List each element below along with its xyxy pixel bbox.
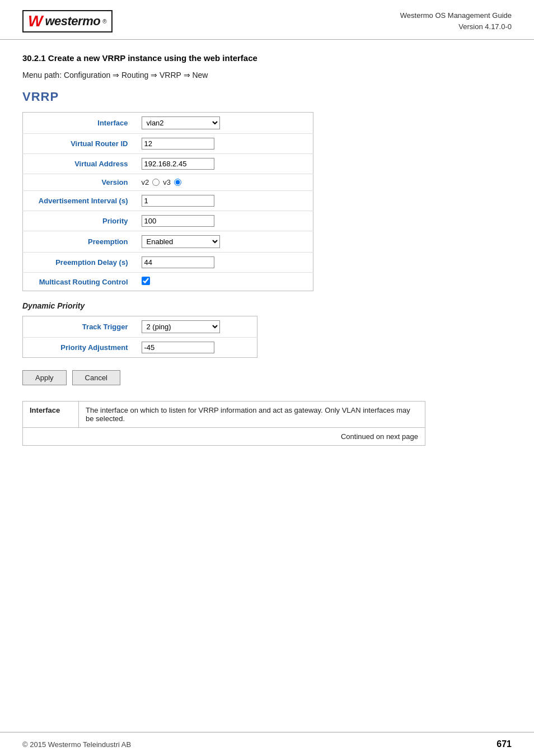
main-content: 30.2.1 Create a new VRRP instance using … xyxy=(0,40,534,468)
menu-path: Menu path: Configuration ⇒ Routing ⇒ VRR… xyxy=(22,71,512,80)
preemption-delay-row: Preemption Delay (s) xyxy=(23,253,313,273)
virtual-address-input[interactable] xyxy=(142,158,214,170)
preemption-label: Preemption xyxy=(23,231,135,253)
virtual-router-id-value-cell xyxy=(135,134,313,154)
priority-adjustment-label: Priority Adjustment xyxy=(23,338,135,358)
track-trigger-row: Track Trigger 2 (ping) 1 (ping) 3 (icmp) xyxy=(23,316,257,338)
header-subtitle: Westermo OS Management Guide Version 4.1… xyxy=(400,10,512,32)
preemption-delay-value-cell xyxy=(135,253,313,273)
info-continued: Continued on next page xyxy=(23,428,425,446)
interface-label: Interface xyxy=(23,113,135,134)
page-header: W westermo® Westermo OS Management Guide… xyxy=(0,0,534,40)
logo-area: W westermo® xyxy=(22,10,113,32)
preemption-value-cell: Enabled Disabled xyxy=(135,231,313,253)
multicast-routing-row: Multicast Routing Control xyxy=(23,273,313,291)
multicast-routing-label: Multicast Routing Control xyxy=(23,273,135,291)
virtual-router-id-row: Virtual Router ID xyxy=(23,134,313,154)
logo-box: W westermo® xyxy=(22,10,113,32)
preemption-delay-input[interactable] xyxy=(142,256,214,268)
version-radio-group: v2 v3 xyxy=(142,178,307,186)
preemption-delay-label: Preemption Delay (s) xyxy=(23,253,135,273)
virtual-router-id-label: Virtual Router ID xyxy=(23,134,135,154)
version-v2-label: v2 xyxy=(142,178,149,186)
virtual-router-id-input[interactable] xyxy=(142,138,214,150)
button-row: Apply Cancel xyxy=(22,370,512,385)
priority-value-cell xyxy=(135,211,313,231)
adv-interval-input[interactable] xyxy=(142,195,214,207)
adv-interval-value-cell xyxy=(135,191,313,211)
logo-reg: ® xyxy=(102,18,106,25)
subtitle-line2: Version 4.17.0-0 xyxy=(400,21,512,32)
virtual-address-row: Virtual Address xyxy=(23,154,313,174)
info-interface-label: Interface xyxy=(23,402,79,428)
cancel-button[interactable]: Cancel xyxy=(72,370,120,385)
version-v3-radio[interactable] xyxy=(174,179,181,186)
multicast-routing-checkbox[interactable] xyxy=(142,277,150,285)
version-row: Version v2 v3 xyxy=(23,174,313,191)
priority-adjustment-input[interactable] xyxy=(142,342,214,353)
adv-interval-row: Advertisement Interval (s) xyxy=(23,191,313,211)
dynamic-priority-heading: Dynamic Priority xyxy=(22,301,512,310)
track-trigger-label: Track Trigger xyxy=(23,316,135,338)
section-heading: 30.2.1 Create a new VRRP instance using … xyxy=(22,53,512,63)
virtual-address-value-cell xyxy=(135,154,313,174)
priority-label: Priority xyxy=(23,211,135,231)
info-interface-desc: The interface on which to listen for VRR… xyxy=(79,402,425,428)
page-footer: © 2015 Westermo Teleindustri AB 671 xyxy=(0,732,534,756)
priority-input[interactable] xyxy=(142,215,214,227)
version-label: Version xyxy=(23,174,135,191)
info-continued-row: Continued on next page xyxy=(23,428,425,446)
version-v3-label: v3 xyxy=(163,178,171,186)
logo-w-icon: W xyxy=(28,13,43,29)
preemption-select[interactable]: Enabled Disabled xyxy=(142,235,220,248)
priority-row: Priority xyxy=(23,211,313,231)
subtitle-line1: Westermo OS Management Guide xyxy=(400,10,512,21)
info-interface-row: Interface The interface on which to list… xyxy=(23,402,425,428)
interface-value-cell: vlan2 vlan1 vlan3 xyxy=(135,113,313,134)
apply-button[interactable]: Apply xyxy=(22,370,67,385)
footer-copyright: © 2015 Westermo Teleindustri AB xyxy=(22,740,131,749)
interface-row: Interface vlan2 vlan1 vlan3 xyxy=(23,113,313,134)
dynamic-priority-table: Track Trigger 2 (ping) 1 (ping) 3 (icmp)… xyxy=(22,316,257,358)
vrrp-form-table: Interface vlan2 vlan1 vlan3 Virtual Rout… xyxy=(22,112,313,291)
adv-interval-label: Advertisement Interval (s) xyxy=(23,191,135,211)
track-trigger-value-cell: 2 (ping) 1 (ping) 3 (icmp) xyxy=(135,316,257,338)
info-table: Interface The interface on which to list… xyxy=(22,401,425,446)
version-v2-radio[interactable] xyxy=(152,179,160,186)
track-trigger-select[interactable]: 2 (ping) 1 (ping) 3 (icmp) xyxy=(142,320,220,333)
version-value-cell: v2 v3 xyxy=(135,174,313,191)
virtual-address-label: Virtual Address xyxy=(23,154,135,174)
vrrp-title: VRRP xyxy=(22,90,512,104)
preemption-row: Preemption Enabled Disabled xyxy=(23,231,313,253)
priority-adjustment-value-cell xyxy=(135,338,257,358)
priority-adjustment-row: Priority Adjustment xyxy=(23,338,257,358)
footer-page-number: 671 xyxy=(496,739,512,749)
interface-select[interactable]: vlan2 vlan1 vlan3 xyxy=(142,116,220,129)
logo-text: westermo xyxy=(45,14,100,29)
multicast-routing-value-cell xyxy=(135,273,313,291)
